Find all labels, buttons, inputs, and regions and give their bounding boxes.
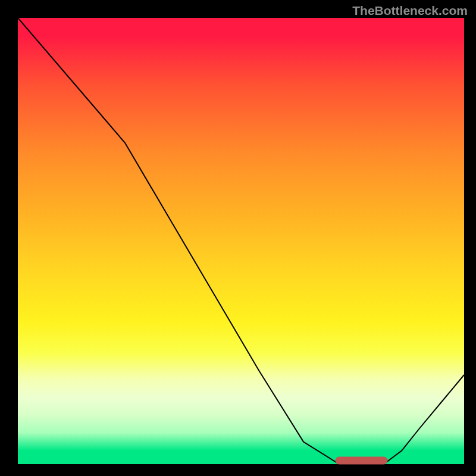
watermark-text: TheBottleneck.com [352,4,468,18]
chart-container: TheBottleneck.com [0,0,476,476]
bottleneck-curve [18,18,464,464]
chart-overlay [18,18,464,464]
